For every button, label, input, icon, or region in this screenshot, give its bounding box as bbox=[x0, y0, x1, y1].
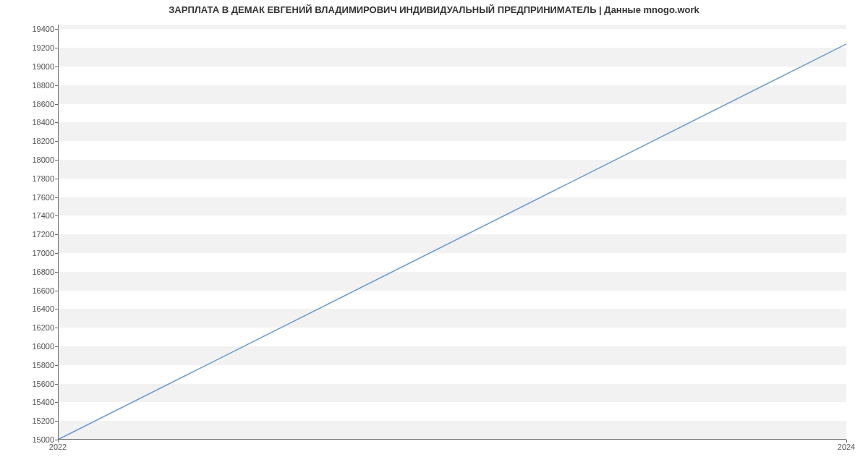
y-tick-label: 15600 bbox=[18, 380, 54, 388]
y-tick-label: 16600 bbox=[18, 286, 54, 295]
plot-area bbox=[58, 25, 846, 440]
y-tick-mark bbox=[55, 365, 58, 366]
y-tick-label: 18200 bbox=[18, 137, 54, 145]
y-tick-mark bbox=[55, 29, 58, 30]
x-tick-label: 2022 bbox=[49, 443, 67, 451]
y-tick-mark bbox=[55, 272, 58, 273]
y-tick-label: 15400 bbox=[18, 398, 54, 406]
y-tick-mark bbox=[55, 328, 58, 328]
y-tick-mark bbox=[55, 104, 58, 105]
y-tick-label: 16800 bbox=[18, 268, 54, 276]
y-tick-mark bbox=[55, 421, 58, 422]
y-tick-label: 17200 bbox=[18, 230, 54, 239]
y-tick-mark bbox=[55, 234, 58, 235]
y-tick-mark bbox=[55, 291, 58, 291]
y-tick-mark bbox=[55, 141, 58, 142]
y-tick-label: 16200 bbox=[18, 323, 54, 332]
y-tick-mark bbox=[55, 253, 58, 254]
y-tick-label: 17000 bbox=[18, 249, 54, 257]
y-tick-label: 17800 bbox=[18, 174, 54, 183]
y-tick-mark bbox=[55, 197, 58, 198]
y-tick-label: 18000 bbox=[18, 155, 54, 164]
y-tick-label: 16000 bbox=[18, 342, 54, 351]
y-tick-mark bbox=[55, 122, 58, 123]
x-tick-mark bbox=[846, 440, 847, 443]
y-tick-mark bbox=[55, 67, 58, 67]
y-tick-mark bbox=[55, 85, 58, 86]
y-tick-mark bbox=[55, 384, 58, 385]
y-tick-label: 16400 bbox=[18, 304, 54, 313]
x-tick-mark bbox=[58, 440, 59, 443]
y-tick-mark bbox=[55, 402, 58, 403]
y-tick-label: 19000 bbox=[18, 62, 54, 71]
x-tick-label: 2024 bbox=[838, 443, 855, 451]
y-tick-label: 15200 bbox=[18, 416, 54, 425]
y-tick-label: 19400 bbox=[18, 25, 54, 33]
y-tick-label: 18600 bbox=[18, 100, 54, 108]
y-tick-label: 15800 bbox=[18, 361, 54, 369]
y-tick-label: 17600 bbox=[18, 193, 54, 202]
y-tick-mark bbox=[55, 48, 58, 48]
y-tick-mark bbox=[55, 215, 58, 216]
y-tick-mark bbox=[55, 309, 58, 309]
x-axis bbox=[58, 439, 846, 440]
y-tick-label: 18400 bbox=[18, 118, 54, 127]
y-tick-mark bbox=[55, 179, 58, 179]
chart-title: ЗАРПЛАТА В ДЕМАК ЕВГЕНИЙ ВЛАДИМИРОВИЧ ИН… bbox=[0, 4, 868, 15]
y-tick-mark bbox=[55, 346, 58, 347]
y-tick-label: 18800 bbox=[18, 81, 54, 90]
line-chart: ЗАРПЛАТА В ДЕМАК ЕВГЕНИЙ ВЛАДИМИРОВИЧ ИН… bbox=[0, 0, 868, 470]
y-tick-label: 19200 bbox=[18, 43, 54, 52]
y-tick-label: 17400 bbox=[18, 211, 54, 220]
y-tick-mark bbox=[55, 160, 58, 161]
series-line bbox=[58, 25, 846, 440]
y-axis bbox=[58, 25, 59, 440]
data-line bbox=[58, 44, 846, 440]
